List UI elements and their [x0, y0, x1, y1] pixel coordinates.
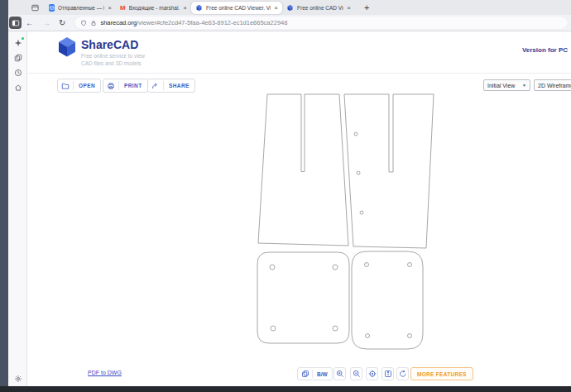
sharecad-page: ShareCAD Free online service to view CAD… [28, 31, 571, 386]
screenshot-root: Отправленные — FISHING KD × M Входящие -… [0, 0, 571, 392]
synced-tabs-icon[interactable] [8, 50, 27, 65]
cad-part-rounded-plate-right [352, 251, 423, 349]
zoom-out-button[interactable] [350, 367, 362, 380]
bw-toggle-button[interactable]: B/W [313, 371, 332, 377]
tab-close-icon[interactable]: × [346, 5, 352, 12]
tab-title: Free online CAD Viewer. View / [206, 5, 271, 11]
ai-sparkle-icon[interactable] [8, 36, 27, 50]
url-path: /viewer#cfe2cd47-5faa-4e63-8912-ec1d1e66… [137, 19, 287, 26]
cad-hole [408, 334, 412, 338]
firefox-view-icon[interactable] [28, 2, 41, 13]
tab-sharecad-active[interactable]: Free online CAD Viewer. View / × [191, 2, 282, 14]
zoom-in-button[interactable] [333, 367, 346, 380]
window-bottom-edge [0, 386, 571, 392]
firefox-sidebar [8, 31, 27, 386]
cad-hole [408, 263, 412, 267]
info-button[interactable] [381, 367, 394, 380]
display-group: B/W [297, 367, 333, 380]
navigation-bar: ← → ↻ sharecad.org /viewer#cfe2cd47-5faa… [8, 15, 571, 31]
back-button[interactable]: ← [22, 18, 38, 27]
home-icon[interactable] [8, 80, 27, 94]
new-tab-button[interactable]: + [362, 2, 372, 12]
tab-gmail-inbox[interactable]: M Входящие - marshal.krylov@g × [116, 2, 191, 14]
cad-hole [270, 265, 275, 270]
tab-title: Входящие - marshal.krylov@g [129, 5, 180, 11]
tab-mail-sent[interactable]: Отправленные — FISHING KD × [45, 2, 116, 14]
more-features-button[interactable]: MORE FEATURES [410, 367, 473, 380]
cad-hole [366, 334, 370, 338]
cad-part-tapered-panel-left-with-slot [258, 94, 348, 246]
sharecad-icon [195, 4, 203, 12]
cad-hole [354, 132, 357, 136]
sharecad-icon [286, 4, 294, 12]
cad-drawing[interactable] [28, 31, 571, 386]
cad-hole [360, 211, 363, 214]
cad-hole [357, 171, 360, 174]
tab-title: Отправленные — FISHING KD [58, 5, 104, 11]
reload-button[interactable]: ↻ [55, 18, 70, 27]
tab-title: Free online CAD Viewer. View / [297, 5, 343, 11]
pdf-to-dwg-link[interactable]: PDF to DWG [88, 370, 122, 375]
gmail-icon: M [120, 5, 126, 12]
url-domain: sharecad.org [100, 19, 137, 26]
sidebar-toggle-button[interactable] [9, 17, 22, 29]
shield-icon[interactable] [80, 20, 87, 26]
url-bar[interactable]: sharecad.org /viewer#cfe2cd47-5faa-4e63-… [74, 17, 568, 29]
cad-hole [333, 265, 338, 270]
tab-close-icon[interactable]: × [182, 5, 188, 12]
tab-close-icon[interactable]: × [107, 5, 113, 12]
tab-sharecad-second[interactable]: Free online CAD Viewer. View / × [282, 2, 355, 14]
cad-hole [365, 263, 369, 267]
zoom-extents-button[interactable] [366, 367, 378, 380]
window-edge-strip [0, 0, 8, 387]
forward-button[interactable]: → [38, 18, 55, 27]
reset-view-button[interactable] [396, 367, 409, 380]
browser-window: Отправленные — FISHING KD × M Входящие -… [8, 0, 571, 386]
tab-bar: Отправленные — FISHING KD × M Входящие -… [8, 0, 571, 15]
cad-hole [333, 326, 338, 331]
history-icon[interactable] [8, 65, 27, 79]
lock-icon[interactable] [90, 20, 97, 26]
settings-gear-icon[interactable] [8, 375, 27, 383]
notification-dot [22, 37, 24, 40]
mail-icon [49, 4, 55, 12]
tab-close-icon[interactable]: × [273, 5, 279, 12]
layers-icon[interactable] [298, 370, 312, 378]
cad-hole [271, 326, 276, 331]
